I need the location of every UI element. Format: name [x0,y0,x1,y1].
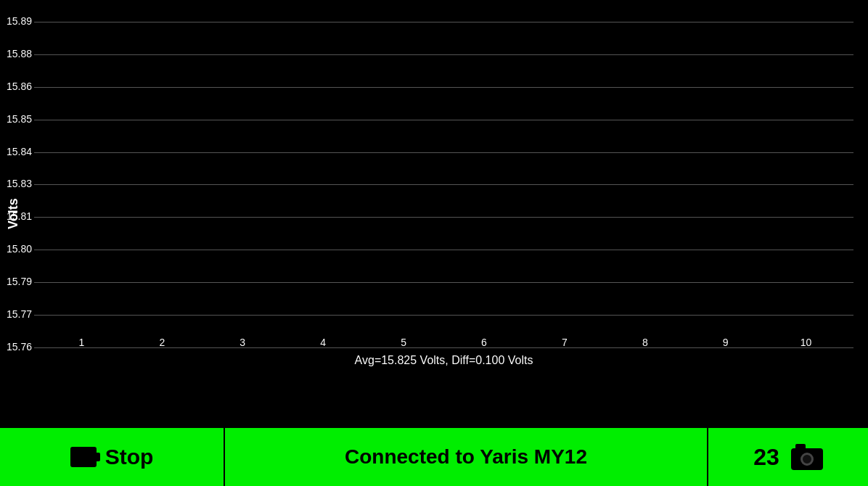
bottom-right-section: 23 [708,428,868,486]
y-tick-label: 15.83 [0,178,32,189]
battery-icon [70,447,97,467]
bars-container: 12345678910 [34,22,853,348]
bar-group: 8 [605,332,685,348]
bottom-left-section: Stop [0,428,225,486]
bar-x-label: 8 [642,337,648,348]
chart-area: Volts 15.8915.8815.8615.8515.8415.8315.8… [0,0,868,428]
y-tick-label: 15.89 [0,15,32,27]
bar-x-label: 10 [801,337,812,348]
bar-x-label: 9 [723,337,729,348]
y-tick-label: 15.80 [0,243,32,255]
y-tick-label: 15.79 [0,276,32,287]
count-display: 23 [753,444,779,471]
bar-group: 4 [283,332,364,348]
bar-x-label: 2 [159,337,165,348]
bar-group: 2 [122,332,202,348]
y-tick-label: 15.88 [0,48,32,59]
bar-group: 3 [202,332,283,348]
bar-group: 1 [41,332,122,348]
grid-and-bars: 15.8915.8815.8615.8515.8415.8315.8115.80… [34,22,853,348]
bar-group: 6 [444,332,525,348]
y-tick-label: 15.76 [0,341,32,353]
connection-status: Connected to Yaris MY12 [345,445,587,469]
y-tick-label: 15.81 [0,210,32,222]
bar-x-label: 3 [239,337,245,348]
y-tick-label: 15.77 [0,308,32,320]
bar-x-label: 4 [320,337,326,348]
bar-x-label: 7 [562,337,568,348]
bar-group: 7 [524,332,605,348]
bar-x-label: 6 [481,337,487,348]
bottom-center-section: Connected to Yaris MY12 [225,428,708,486]
stop-button[interactable]: Stop [105,445,154,469]
bar-group: 9 [685,332,766,348]
bar-x-label: 5 [401,337,406,348]
bar-group: 5 [364,332,444,348]
y-tick-label: 15.86 [0,81,32,92]
bar-group: 10 [766,332,846,348]
y-tick-label: 15.84 [0,146,32,157]
y-tick-label: 15.85 [0,113,32,125]
camera-icon[interactable] [791,444,823,470]
chart-inner: 15.8915.8815.8615.8515.8415.8315.8115.80… [27,0,868,428]
bar-x-label: 1 [79,337,85,348]
chart-subtitle: Avg=15.825 Volts, Diff=0.100 Volts [34,348,853,370]
bottom-bar: Stop Connected to Yaris MY12 23 [0,428,868,486]
